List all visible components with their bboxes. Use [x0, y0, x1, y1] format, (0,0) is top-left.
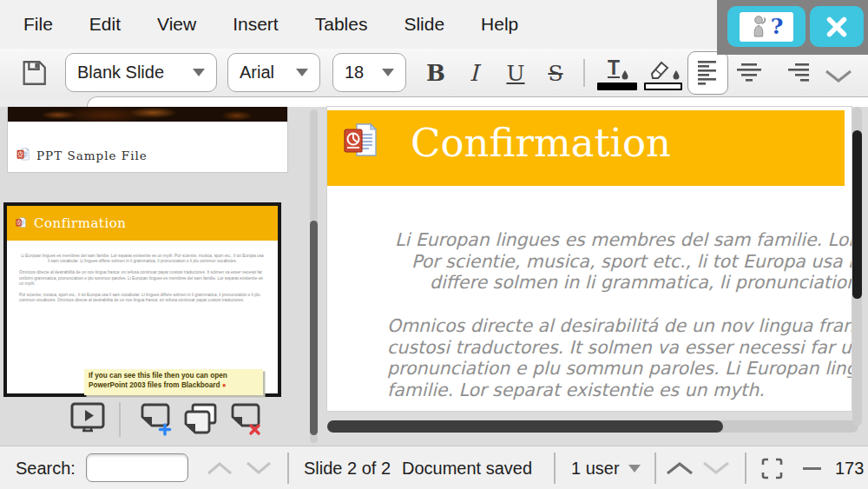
font-name-value: Arial — [240, 63, 274, 83]
align-right-icon — [785, 63, 811, 85]
question-mark-icon: ? — [771, 16, 784, 37]
search-label: Search: — [16, 446, 76, 489]
help-button[interactable]: ? — [727, 6, 806, 47]
sticky-note: If you can see this file then you can op… — [84, 369, 263, 395]
font-color-swatch — [597, 83, 637, 90]
ppt-file-icon — [16, 148, 30, 162]
status-separator — [654, 453, 656, 484]
presentation-icon — [69, 401, 107, 438]
align-center-icon — [735, 63, 763, 85]
slide2-thumb-paragraph: Li Europan lingues es membres del sam fa… — [21, 254, 264, 264]
italic-button[interactable]: I — [460, 49, 488, 97]
menu-item-help[interactable]: Help — [481, 14, 518, 35]
highlight-color-swatch — [644, 83, 682, 90]
status-separator — [745, 453, 746, 484]
delete-slide-button[interactable] — [226, 400, 266, 439]
sidebar-scrollbar-thumb[interactable] — [310, 221, 318, 435]
save-icon[interactable] — [19, 58, 49, 88]
font-size-dropdown[interactable]: 18 — [332, 53, 406, 92]
font-color-glyph: T — [608, 56, 620, 80]
content-area: PPT Sample File Confirmation Li Europan … — [0, 107, 868, 446]
sidebar-toolbar-separator — [119, 402, 121, 437]
slide2-thumb-paragraph: Omnicos directe al desirabilitá de un no… — [19, 270, 266, 287]
close-button[interactable] — [810, 6, 864, 47]
search-input[interactable] — [86, 453, 188, 482]
zoom-level-label: 173 — [835, 446, 864, 489]
add-slide-icon — [136, 401, 174, 438]
vertical-scrollbar-thumb[interactable] — [852, 130, 862, 299]
menu-item-edit[interactable]: Edit — [89, 14, 121, 35]
delete-slide-icon — [227, 401, 265, 438]
add-slide-button[interactable] — [135, 400, 175, 439]
font-size-value: 18 — [345, 63, 364, 83]
font-name-dropdown[interactable]: Arial — [227, 53, 320, 92]
formatting-toolbar: Blank Slide Arial 18 B I U S T — [0, 49, 868, 97]
status-separator — [554, 453, 556, 484]
chevron-up-icon — [665, 460, 694, 476]
chevron-down-icon — [296, 69, 308, 76]
person-icon — [750, 15, 767, 39]
note-marker-icon: ● — [222, 381, 227, 389]
chevron-down-icon — [245, 461, 273, 475]
status-bar: Search: Slide 2 of 2 Document saved 1 us… — [0, 446, 868, 489]
users-label: 1 user — [571, 459, 620, 479]
toolbar-separator — [583, 59, 585, 87]
slide2-thumb-title: Confirmation — [34, 215, 126, 231]
slide-thumbnail-2-selected[interactable]: Confirmation Li Europan lingues es membr… — [3, 202, 281, 397]
previous-slide-button[interactable] — [665, 446, 694, 489]
users-dropdown[interactable]: 1 user — [571, 446, 641, 489]
toolbar-more-button[interactable] — [821, 68, 856, 85]
save-status-label: Document saved — [402, 446, 532, 489]
align-left-button[interactable] — [687, 51, 728, 95]
slide-paragraph-1: Li Europan lingues es membres del sam fa… — [395, 229, 852, 294]
slide-layout-dropdown[interactable]: Blank Slide — [65, 53, 217, 92]
sidebar-scrollbar[interactable] — [310, 109, 318, 443]
chevron-down-icon — [701, 460, 731, 476]
slide-count-label: Slide 2 of 2 — [304, 446, 391, 489]
slide-paragraph-2: Omnicos directe al desirabilitá de un no… — [387, 315, 852, 400]
horizontal-scrollbar-thumb[interactable] — [327, 420, 723, 433]
highlight-color-button[interactable] — [644, 56, 684, 90]
chevron-down-icon — [824, 69, 853, 83]
chevron-up-icon — [206, 461, 233, 475]
duplicate-slide-button[interactable] — [181, 400, 220, 439]
status-separator — [287, 453, 289, 484]
droplet-icon — [673, 70, 680, 80]
fit-to-screen-button[interactable] — [760, 446, 784, 489]
duplicate-slide-icon — [181, 401, 220, 438]
slide1-title: PPT Sample File — [36, 149, 148, 162]
slide-thumbnail-1[interactable]: PPT Sample File — [7, 107, 288, 173]
start-presentation-button[interactable] — [68, 400, 108, 439]
ppt-file-icon — [16, 217, 26, 229]
align-center-button[interactable] — [733, 61, 765, 87]
window-controls-overlay: ? — [717, 0, 868, 55]
underline-button[interactable]: U — [500, 49, 531, 97]
chevron-down-icon — [628, 465, 641, 472]
zoom-out-button[interactable] — [803, 467, 821, 470]
chevron-down-icon — [193, 69, 205, 76]
slide1-banner-image — [8, 107, 287, 122]
search-next-button[interactable] — [245, 446, 273, 489]
horizontal-scrollbar[interactable] — [327, 420, 858, 433]
search-previous-button[interactable] — [206, 446, 233, 489]
font-color-button[interactable]: T — [597, 56, 639, 90]
next-slide-button[interactable] — [701, 446, 731, 489]
slide2-thumb-paragraph: Por scientie, musica, sport etc., li tot… — [19, 293, 266, 303]
fit-screen-icon — [760, 457, 784, 480]
slide-canvas[interactable]: Confirmation Li Europan lingues es membr… — [327, 107, 852, 411]
menu-item-view[interactable]: View — [157, 14, 196, 35]
align-left-icon — [696, 58, 720, 88]
menu-item-tables[interactable]: Tables — [315, 14, 368, 35]
chevron-down-icon — [382, 69, 394, 76]
strikethrough-button[interactable]: S — [540, 49, 571, 97]
bold-button[interactable]: B — [422, 49, 450, 97]
vertical-scrollbar[interactable] — [852, 107, 862, 426]
help-image: ? — [740, 12, 793, 42]
align-right-button[interactable] — [782, 61, 813, 87]
menu-item-insert[interactable]: Insert — [233, 14, 279, 35]
menu-item-slide[interactable]: Slide — [404, 14, 444, 35]
highlighter-icon — [648, 59, 671, 80]
slide-layout-value: Blank Slide — [77, 63, 164, 83]
close-icon — [824, 14, 850, 40]
menu-item-file[interactable]: File — [23, 14, 53, 35]
